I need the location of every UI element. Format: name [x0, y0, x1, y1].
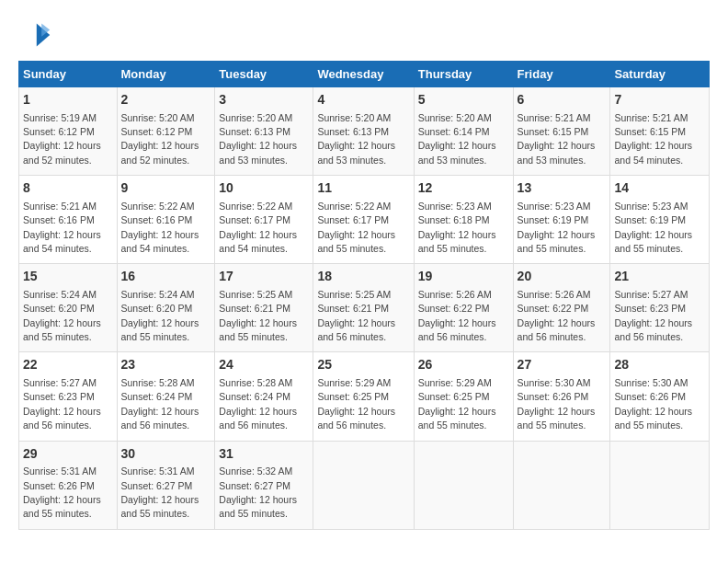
day-number: 30	[121, 445, 211, 464]
calendar-cell: 25 Sunrise: 5:29 AMSunset: 6:25 PMDaylig…	[313, 352, 414, 441]
calendar-cell: 23 Sunrise: 5:28 AMSunset: 6:24 PMDaylig…	[117, 352, 215, 441]
day-number: 19	[418, 268, 509, 286]
day-info: Sunrise: 5:24 AMSunset: 6:20 PMDaylight:…	[23, 289, 101, 342]
week-row-4: 22 Sunrise: 5:27 AMSunset: 6:23 PMDaylig…	[19, 352, 710, 441]
day-number: 16	[121, 268, 211, 286]
header-sunday: Sunday	[19, 62, 118, 87]
calendar-cell: 17 Sunrise: 5:25 AMSunset: 6:21 PMDaylig…	[215, 264, 313, 352]
day-number: 22	[23, 356, 113, 374]
calendar-cell: 22 Sunrise: 5:27 AMSunset: 6:23 PMDaylig…	[19, 352, 118, 441]
calendar-cell: 3 Sunrise: 5:20 AMSunset: 6:13 PMDayligh…	[215, 87, 313, 176]
calendar-cell: 14 Sunrise: 5:23 AMSunset: 6:19 PMDaylig…	[610, 176, 710, 264]
header-tuesday: Tuesday	[215, 62, 313, 87]
day-info: Sunrise: 5:21 AMSunset: 6:16 PMDaylight:…	[23, 201, 101, 254]
day-number: 23	[121, 356, 211, 374]
day-info: Sunrise: 5:30 AMSunset: 6:26 PMDaylight:…	[518, 377, 596, 431]
day-number: 13	[518, 179, 607, 198]
day-info: Sunrise: 5:31 AMSunset: 6:26 PMDaylight:…	[23, 465, 101, 519]
calendar-cell	[414, 441, 513, 529]
day-number: 8	[23, 179, 113, 198]
day-info: Sunrise: 5:31 AMSunset: 6:27 PMDaylight:…	[121, 465, 199, 519]
day-number: 29	[23, 445, 113, 464]
day-info: Sunrise: 5:19 AMSunset: 6:12 PMDaylight:…	[23, 112, 101, 166]
calendar-cell: 30 Sunrise: 5:31 AMSunset: 6:27 PMDaylig…	[117, 441, 215, 529]
calendar-body: 1 Sunrise: 5:19 AMSunset: 6:12 PMDayligh…	[19, 87, 710, 530]
day-info: Sunrise: 5:21 AMSunset: 6:15 PMDaylight:…	[614, 112, 692, 166]
day-number: 26	[418, 356, 509, 374]
week-row-3: 15 Sunrise: 5:24 AMSunset: 6:20 PMDaylig…	[19, 264, 710, 352]
week-row-2: 8 Sunrise: 5:21 AMSunset: 6:16 PMDayligh…	[19, 176, 710, 264]
logo-icon	[18, 18, 51, 52]
day-info: Sunrise: 5:20 AMSunset: 6:14 PMDaylight:…	[418, 112, 496, 166]
day-info: Sunrise: 5:29 AMSunset: 6:25 PMDaylight:…	[317, 377, 395, 431]
day-number: 6	[518, 91, 607, 109]
day-info: Sunrise: 5:22 AMSunset: 6:17 PMDaylight:…	[219, 201, 297, 254]
day-number: 2	[121, 91, 211, 109]
calendar-cell: 27 Sunrise: 5:30 AMSunset: 6:26 PMDaylig…	[513, 352, 610, 441]
week-row-1: 1 Sunrise: 5:19 AMSunset: 6:12 PMDayligh…	[19, 87, 710, 176]
header-wednesday: Wednesday	[313, 62, 414, 87]
day-info: Sunrise: 5:30 AMSunset: 6:26 PMDaylight:…	[614, 377, 692, 431]
calendar-cell	[610, 441, 710, 529]
day-number: 27	[518, 356, 607, 374]
logo	[18, 18, 55, 52]
header-saturday: Saturday	[610, 62, 710, 87]
day-number: 20	[518, 268, 607, 286]
day-info: Sunrise: 5:22 AMSunset: 6:17 PMDaylight:…	[317, 201, 395, 254]
day-info: Sunrise: 5:25 AMSunset: 6:21 PMDaylight:…	[219, 289, 297, 342]
calendar-cell: 7 Sunrise: 5:21 AMSunset: 6:15 PMDayligh…	[610, 87, 710, 176]
calendar-cell: 10 Sunrise: 5:22 AMSunset: 6:17 PMDaylig…	[215, 176, 313, 264]
calendar-cell: 1 Sunrise: 5:19 AMSunset: 6:12 PMDayligh…	[19, 87, 118, 176]
calendar-cell: 2 Sunrise: 5:20 AMSunset: 6:12 PMDayligh…	[117, 87, 215, 176]
day-number: 3	[219, 91, 309, 109]
day-number: 11	[317, 179, 409, 198]
calendar-cell: 18 Sunrise: 5:25 AMSunset: 6:21 PMDaylig…	[313, 264, 414, 352]
header-monday: Monday	[117, 62, 215, 87]
calendar-table: SundayMondayTuesdayWednesdayThursdayFrid…	[18, 61, 710, 530]
week-row-5: 29 Sunrise: 5:31 AMSunset: 6:26 PMDaylig…	[19, 441, 710, 529]
day-info: Sunrise: 5:28 AMSunset: 6:24 PMDaylight:…	[219, 377, 297, 431]
day-number: 31	[219, 445, 309, 464]
day-info: Sunrise: 5:25 AMSunset: 6:21 PMDaylight:…	[317, 289, 395, 342]
day-number: 7	[614, 91, 705, 109]
day-number: 1	[23, 91, 113, 109]
day-info: Sunrise: 5:26 AMSunset: 6:22 PMDaylight:…	[518, 289, 596, 342]
day-number: 10	[219, 179, 309, 198]
calendar-cell: 21 Sunrise: 5:27 AMSunset: 6:23 PMDaylig…	[610, 264, 710, 352]
calendar-cell: 4 Sunrise: 5:20 AMSunset: 6:13 PMDayligh…	[313, 87, 414, 176]
day-number: 17	[219, 268, 309, 286]
calendar-cell: 16 Sunrise: 5:24 AMSunset: 6:20 PMDaylig…	[117, 264, 215, 352]
day-number: 12	[418, 179, 509, 198]
day-info: Sunrise: 5:28 AMSunset: 6:24 PMDaylight:…	[121, 377, 199, 431]
calendar-cell: 19 Sunrise: 5:26 AMSunset: 6:22 PMDaylig…	[414, 264, 513, 352]
calendar-cell: 12 Sunrise: 5:23 AMSunset: 6:18 PMDaylig…	[414, 176, 513, 264]
day-info: Sunrise: 5:29 AMSunset: 6:25 PMDaylight:…	[418, 377, 496, 431]
day-info: Sunrise: 5:26 AMSunset: 6:22 PMDaylight:…	[418, 289, 496, 342]
calendar-cell: 20 Sunrise: 5:26 AMSunset: 6:22 PMDaylig…	[513, 264, 610, 352]
calendar-cell: 31 Sunrise: 5:32 AMSunset: 6:27 PMDaylig…	[215, 441, 313, 529]
day-number: 28	[614, 356, 705, 374]
day-number: 25	[317, 356, 409, 374]
day-info: Sunrise: 5:23 AMSunset: 6:19 PMDaylight:…	[614, 201, 692, 254]
day-info: Sunrise: 5:20 AMSunset: 6:13 PMDaylight:…	[317, 112, 395, 166]
day-info: Sunrise: 5:23 AMSunset: 6:19 PMDaylight:…	[518, 201, 596, 254]
day-info: Sunrise: 5:27 AMSunset: 6:23 PMDaylight:…	[614, 289, 692, 342]
calendar-cell: 8 Sunrise: 5:21 AMSunset: 6:16 PMDayligh…	[19, 176, 118, 264]
day-number: 4	[317, 91, 409, 109]
day-info: Sunrise: 5:24 AMSunset: 6:20 PMDaylight:…	[121, 289, 199, 342]
day-info: Sunrise: 5:21 AMSunset: 6:15 PMDaylight:…	[518, 112, 596, 166]
day-info: Sunrise: 5:32 AMSunset: 6:27 PMDaylight:…	[219, 465, 297, 519]
header-friday: Friday	[513, 62, 610, 87]
day-number: 14	[614, 179, 705, 198]
calendar-cell	[313, 441, 414, 529]
calendar-cell: 13 Sunrise: 5:23 AMSunset: 6:19 PMDaylig…	[513, 176, 610, 264]
day-info: Sunrise: 5:23 AMSunset: 6:18 PMDaylight:…	[418, 201, 496, 254]
day-info: Sunrise: 5:20 AMSunset: 6:12 PMDaylight:…	[121, 112, 199, 166]
calendar-cell: 15 Sunrise: 5:24 AMSunset: 6:20 PMDaylig…	[19, 264, 118, 352]
calendar-cell: 28 Sunrise: 5:30 AMSunset: 6:26 PMDaylig…	[610, 352, 710, 441]
day-number: 18	[317, 268, 409, 286]
calendar-cell	[513, 441, 610, 529]
calendar-header: SundayMondayTuesdayWednesdayThursdayFrid…	[19, 62, 710, 87]
calendar-cell: 26 Sunrise: 5:29 AMSunset: 6:25 PMDaylig…	[414, 352, 513, 441]
day-number: 21	[614, 268, 705, 286]
